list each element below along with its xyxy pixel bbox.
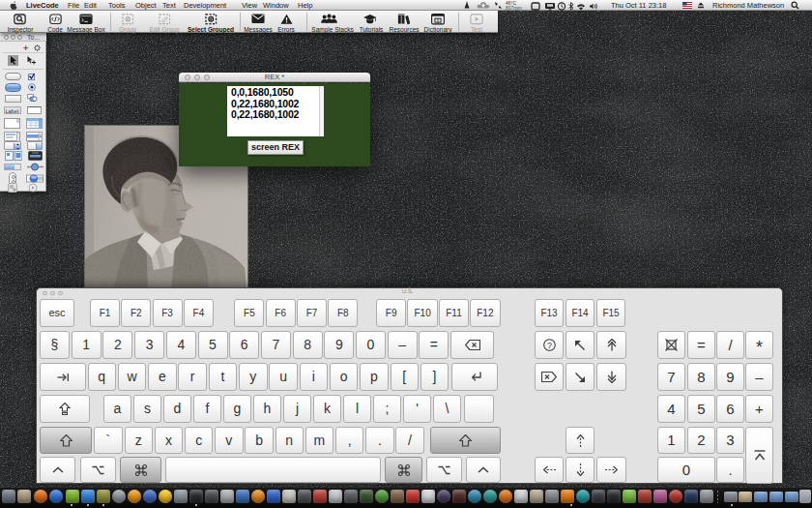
svg-text:?: ? xyxy=(546,341,551,350)
